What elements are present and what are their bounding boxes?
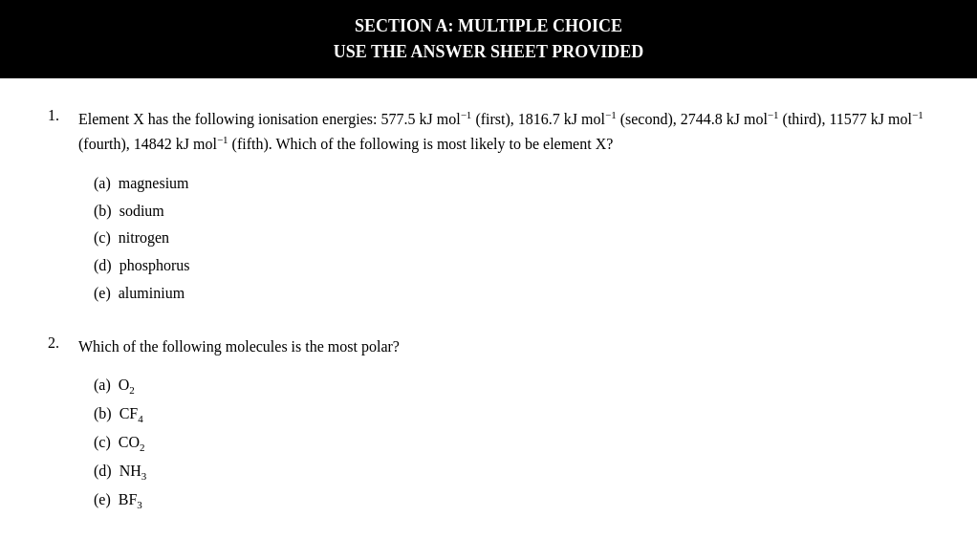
question-1-text: 1. Element X has the following ionisatio… bbox=[48, 107, 929, 157]
q2-option-d: (d) NH3 bbox=[94, 458, 929, 486]
content-area: 1. Element X has the following ionisatio… bbox=[0, 78, 977, 560]
header-line2: USE THE ANSWER SHEET PROVIDED bbox=[19, 39, 958, 65]
header: SECTION A: MULTIPLE CHOICE USE THE ANSWE… bbox=[0, 0, 977, 78]
question-2-body: Which of the following molecules is the … bbox=[78, 334, 400, 359]
question-1-body: Element X has the following ionisation e… bbox=[78, 107, 929, 157]
q1-option-a: (a) magnesium bbox=[94, 170, 929, 198]
q1-option-e: (e) aluminium bbox=[94, 280, 929, 308]
q1-option-d: (d) phosphorus bbox=[94, 252, 929, 280]
question-2-text: 2. Which of the following molecules is t… bbox=[48, 334, 929, 359]
question-1-number: 1. bbox=[48, 107, 71, 124]
question-1: 1. Element X has the following ionisatio… bbox=[48, 107, 929, 308]
question-1-options: (a) magnesium (b) sodium (c) nitrogen (d… bbox=[94, 170, 929, 308]
q1-option-c: (c) nitrogen bbox=[94, 225, 929, 252]
question-2-options: (a) O2 (b) CF4 (c) CO2 (d) NH3 (e) BF3 bbox=[94, 372, 929, 515]
q2-option-c: (c) CO2 bbox=[94, 429, 929, 458]
question-2-number: 2. bbox=[48, 334, 71, 352]
header-line1: SECTION A: MULTIPLE CHOICE bbox=[19, 13, 958, 39]
q2-option-b: (b) CF4 bbox=[94, 400, 929, 429]
q1-option-b: (b) sodium bbox=[94, 198, 929, 226]
q2-option-a: (a) O2 bbox=[94, 372, 929, 400]
q2-option-e: (e) BF3 bbox=[94, 486, 929, 515]
question-2: 2. Which of the following molecules is t… bbox=[48, 334, 929, 516]
